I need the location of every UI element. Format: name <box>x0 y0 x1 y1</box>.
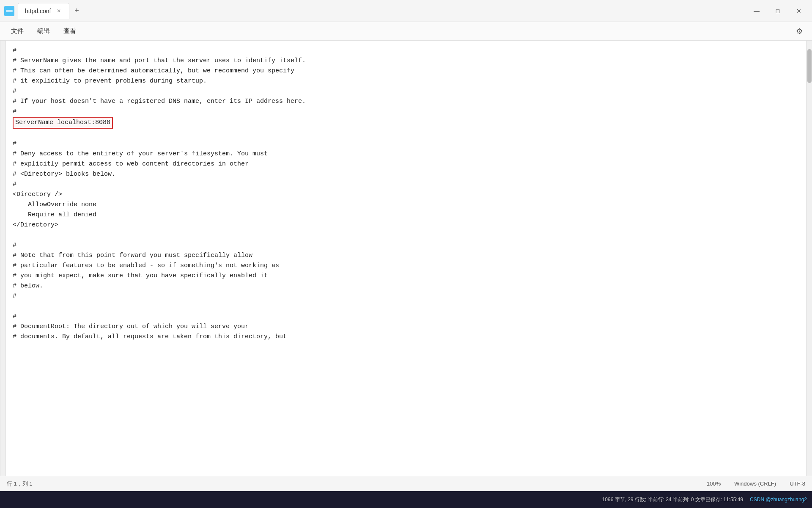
cursor-position: 行 1，列 1 <box>7 480 33 488</box>
tab-label: httpd.conf <box>25 8 51 14</box>
app-icon <box>3 5 15 17</box>
zoom-level: 100% <box>707 480 721 487</box>
title-bar-left: httpd.conf ✕ + <box>3 3 747 19</box>
taskbar-source: CSDN @zhuangzhuang2 <box>750 497 807 502</box>
maximize-button[interactable]: □ <box>768 3 787 19</box>
tab-httpd-conf[interactable]: httpd.conf ✕ <box>18 3 69 19</box>
menu-bar: 文件 编辑 查看 ⚙ <box>0 22 812 41</box>
tab-add-button[interactable]: + <box>70 4 84 18</box>
settings-icon[interactable]: ⚙ <box>792 24 807 39</box>
main-window: httpd.conf ✕ + — □ ✕ 文件 编辑 查看 ⚙ # # Serv… <box>0 0 812 508</box>
close-button[interactable]: ✕ <box>789 3 809 19</box>
taskbar: 1096 字节, 29 行数; 半前行: 34 半前列: 0 文章已保存: 11… <box>0 491 812 508</box>
scrollbar-thumb[interactable] <box>807 49 812 83</box>
menu-view[interactable]: 查看 <box>58 25 82 38</box>
menu-edit[interactable]: 编辑 <box>31 25 56 38</box>
menu-items: 文件 编辑 查看 <box>5 25 82 38</box>
title-bar: httpd.conf ✕ + — □ ✕ <box>0 0 812 22</box>
notepad-icon <box>4 6 14 16</box>
title-bar-controls: — □ ✕ <box>747 3 809 19</box>
status-bar: 行 1，列 1 100% Windows (CRLF) UTF-8 <box>0 476 812 491</box>
minimize-button[interactable]: — <box>747 3 766 19</box>
status-right: 100% Windows (CRLF) UTF-8 <box>707 480 805 487</box>
taskbar-info: 1096 字节, 29 行数; 半前行: 34 半前列: 0 文章已保存: 11… <box>602 496 743 503</box>
editor-content[interactable]: # # ServerName gives the name and port t… <box>6 41 806 476</box>
scrollbar-right[interactable] <box>806 41 812 476</box>
tab-container: httpd.conf ✕ + <box>18 3 84 19</box>
line-ending: Windows (CRLF) <box>734 480 776 487</box>
encoding: UTF-8 <box>790 480 805 487</box>
left-gutter <box>0 41 6 476</box>
tab-close-button[interactable]: ✕ <box>55 8 62 14</box>
editor-container: # # ServerName gives the name and port t… <box>0 41 812 476</box>
highlighted-line: ServerName localhost:8088 <box>13 117 113 129</box>
menu-file[interactable]: 文件 <box>5 25 30 38</box>
